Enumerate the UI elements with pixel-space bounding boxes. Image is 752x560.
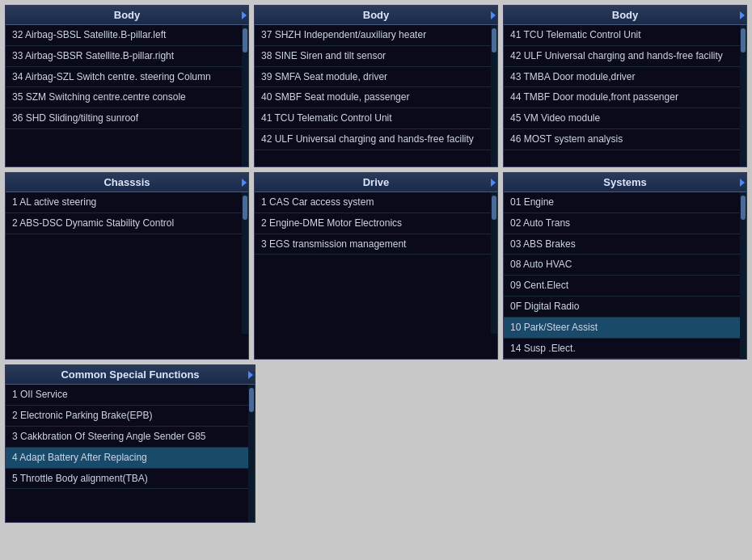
systems-panel-body: 01 Engine02 Auto Trans03 ABS Brakes08 Au… (504, 192, 740, 359)
body-panel-3-scrollbar[interactable] (740, 25, 746, 166)
drive-panel-content-area: 1 CAS Car access system2 Engine-DME Moto… (255, 192, 497, 334)
list-item[interactable]: 2 Electronic Parking Brake(EPB) (6, 406, 248, 427)
list-item[interactable]: 3 EGS transmission management (255, 234, 491, 255)
list-item[interactable]: 4 Adapt Battery After Replacing (6, 448, 248, 469)
systems-panel-scrollbar-thumb[interactable] (741, 196, 746, 220)
chassis-panel-scrollbar-thumb[interactable] (243, 196, 247, 220)
list-item[interactable]: 2 ABS-DSC Dynamic Stability Control (6, 213, 242, 234)
list-item[interactable]: 14 Susp .Elect. (504, 339, 740, 360)
list-item[interactable]: 44 TMBF Door module,front passenger (504, 87, 740, 108)
list-item[interactable]: 08 Auto HVAC (504, 255, 740, 276)
list-item[interactable]: 3 Cakkbration Of Steering Angle Sender G… (6, 427, 248, 448)
body-panel-3-scrollbar-thumb[interactable] (741, 28, 746, 53)
list-item[interactable]: 02 Auto Trans (504, 213, 740, 234)
list-item[interactable]: 42 ULF Universal charging and hands-free… (504, 46, 740, 67)
list-item[interactable]: 35 SZM Switching centre.centre console (6, 87, 242, 108)
list-item[interactable]: 34 Airbag-SZL Switch centre. steering Co… (6, 67, 242, 88)
common-panel-content-area: 1 OIl Service2 Electronic Parking Brake(… (6, 385, 255, 522)
list-item[interactable]: 09 Cent.Elect (504, 276, 740, 297)
body-panel-2: Body 37 SHZH Independent/auxiliary heate… (254, 5, 498, 167)
drive-panel-header: Drive (255, 173, 497, 192)
body-panel-1-body: 32 Airbag-SBSL Satellite.B-pillar.left33… (6, 25, 242, 166)
row-3: Common Special Functions 1 OIl Service2 … (5, 364, 747, 523)
body-panel-1-scrollbar[interactable] (242, 25, 248, 166)
common-panel-body: 1 OIl Service2 Electronic Parking Brake(… (6, 385, 248, 522)
list-item[interactable]: 42 ULF Universal charging and hands-free… (255, 129, 491, 150)
list-item[interactable]: 1 AL active steering (6, 192, 242, 213)
list-item[interactable]: 1 CAS Car access system (255, 192, 491, 213)
list-item[interactable]: 33 Airbag-SBSR Satellite.B-pillar.right (6, 46, 242, 67)
main-container: Body 32 Airbag-SBSL Satellite.B-pillar.l… (0, 0, 752, 528)
body-panel-3-body: 41 TCU Telematic Control Unit42 ULF Univ… (504, 25, 740, 166)
systems-panel-scrollbar[interactable] (740, 192, 746, 359)
body-panel-2-scrollbar-thumb[interactable] (492, 28, 496, 53)
list-item[interactable]: 45 VM Video module (504, 108, 740, 129)
body-panel-2-scrollbar[interactable] (491, 25, 497, 166)
list-item[interactable]: 32 Airbag-SBSL Satellite.B-pillar.left (6, 25, 242, 46)
drive-panel: Drive 1 CAS Car access system2 Engine-DM… (254, 172, 498, 360)
list-item[interactable]: 39 SMFA Seat module, driver (255, 67, 491, 88)
list-item[interactable]: 03 ABS Brakes (504, 234, 740, 255)
list-item[interactable]: 36 SHD Sliding/tilting sunroof (6, 108, 242, 129)
body-panel-3-content-area: 41 TCU Telematic Control Unit42 ULF Univ… (504, 25, 746, 166)
body-panel-3: Body 41 TCU Telematic Control Unit42 ULF… (503, 5, 747, 167)
chassis-panel: Chasssis 1 AL active steering2 ABS-DSC D… (5, 172, 249, 360)
systems-panel-content-area: 01 Engine02 Auto Trans03 ABS Brakes08 Au… (504, 192, 746, 359)
row-1: Body 32 Airbag-SBSL Satellite.B-pillar.l… (5, 5, 747, 167)
body-panel-2-body: 37 SHZH Independent/auxiliary heater38 S… (255, 25, 491, 166)
common-panel-header: Common Special Functions (6, 365, 255, 385)
list-item[interactable]: 43 TMBA Door module,driver (504, 67, 740, 88)
systems-panel-header: Systems (504, 173, 746, 192)
drive-panel-scrollbar-thumb[interactable] (492, 196, 496, 220)
list-item[interactable]: 41 TCU Telematic Control Unit (255, 108, 491, 129)
drive-panel-scrollbar[interactable] (491, 192, 497, 334)
systems-panel: Systems 01 Engine02 Auto Trans03 ABS Bra… (503, 172, 747, 360)
body-panel-1-header: Body (6, 6, 248, 25)
body-panel-1-content-area: 32 Airbag-SBSL Satellite.B-pillar.left33… (6, 25, 248, 166)
list-item[interactable]: 2 Engine-DME Motor Electronics (255, 213, 491, 234)
chassis-panel-header: Chasssis (6, 173, 248, 192)
list-item[interactable]: 46 MOST system analysis (504, 129, 740, 150)
list-item[interactable]: 38 SINE Siren and tilt sensor (255, 46, 491, 67)
common-panel-scrollbar[interactable] (248, 385, 255, 522)
body-panel-3-header: Body (504, 6, 746, 25)
common-panel-scrollbar-thumb[interactable] (249, 388, 254, 412)
body-panel-2-header: Body (255, 6, 497, 25)
list-item[interactable]: 40 SMBF Seat module, passenger (255, 87, 491, 108)
drive-panel-body: 1 CAS Car access system2 Engine-DME Moto… (255, 192, 491, 334)
chassis-panel-scrollbar[interactable] (242, 192, 248, 334)
chassis-panel-body: 1 AL active steering2 ABS-DSC Dynamic St… (6, 192, 242, 334)
body-panel-1: Body 32 Airbag-SBSL Satellite.B-pillar.l… (5, 5, 249, 167)
common-panel: Common Special Functions 1 OIl Service2 … (5, 364, 256, 523)
body-panel-2-content-area: 37 SHZH Independent/auxiliary heater38 S… (255, 25, 497, 166)
list-item[interactable]: 01 Engine (504, 192, 740, 213)
list-item[interactable]: 37 SHZH Independent/auxiliary heater (255, 25, 491, 46)
list-item[interactable]: 1 OIl Service (6, 385, 248, 406)
list-item[interactable]: 41 TCU Telematic Control Unit (504, 25, 740, 46)
row-2: Chasssis 1 AL active steering2 ABS-DSC D… (5, 172, 747, 360)
body-panel-1-scrollbar-thumb[interactable] (243, 28, 247, 53)
list-item[interactable]: 0F Digital Radio (504, 297, 740, 318)
list-item[interactable]: 5 Throttle Body alignment(TBA) (6, 469, 248, 490)
chassis-panel-content-area: 1 AL active steering2 ABS-DSC Dynamic St… (6, 192, 248, 334)
list-item[interactable]: 10 Park/Steer Assist (504, 318, 740, 339)
